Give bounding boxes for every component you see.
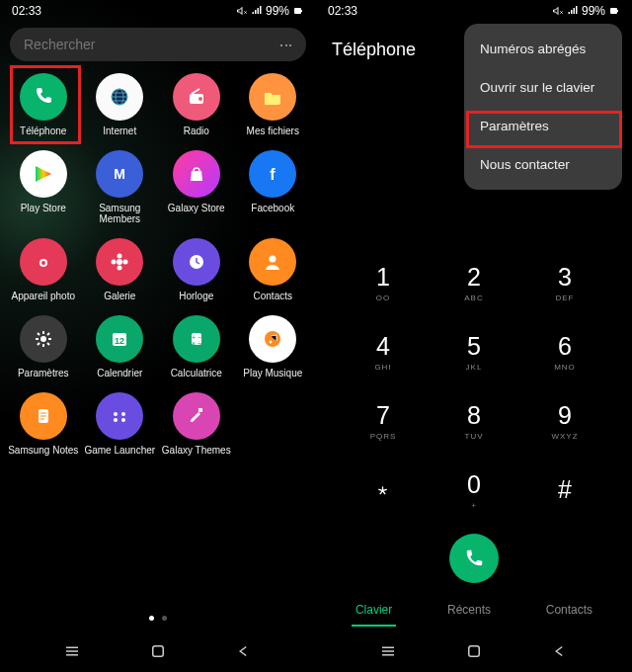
tab-contacts[interactable]: Contacts: [542, 595, 596, 627]
app-icon: [20, 150, 67, 198]
svg-rect-1: [301, 10, 302, 12]
app-play-store[interactable]: Play Store: [6, 150, 81, 224]
app-téléphone[interactable]: Téléphone: [6, 73, 81, 136]
dialpad-key-4[interactable]: 4GHI: [338, 322, 429, 381]
app-icon: [96, 238, 143, 286]
app-internet[interactable]: Internet: [83, 73, 158, 136]
nav-home-icon[interactable]: [149, 642, 167, 660]
app-icon: [173, 392, 220, 440]
menu-item-numéros-abrégés[interactable]: Numéros abrégés: [464, 30, 622, 68]
app-calendrier[interactable]: 12Calendrier: [83, 315, 158, 378]
svg-text:× ÷: × ÷: [192, 340, 201, 347]
svg-point-14: [112, 260, 117, 265]
app-galaxy-store[interactable]: Galaxy Store: [159, 150, 234, 224]
dialpad-key-9[interactable]: 9WXYZ: [519, 391, 610, 451]
app-facebook[interactable]: fFacebook: [236, 150, 311, 224]
dialpad-key-6[interactable]: 6MNO: [519, 322, 610, 381]
app-label: Calendrier: [97, 368, 142, 378]
svg-rect-0: [294, 8, 301, 14]
app-label: Galaxy Themes: [162, 445, 231, 456]
key-letters: GHI: [374, 363, 391, 372]
tab-récents[interactable]: Récents: [443, 595, 495, 627]
screen-phone-dialer: 02:33 99% Téléphone Numéros abrégésOuvri…: [316, 0, 632, 672]
nav-back-icon[interactable]: [235, 642, 253, 660]
app-icon: [249, 315, 296, 363]
dialpad-key-star[interactable]: ﹡: [338, 461, 429, 520]
app-game-launcher[interactable]: Game Launcher: [83, 392, 158, 456]
key-letters: PQRS: [370, 432, 397, 441]
app-icon: [96, 392, 143, 440]
key-number: 2: [467, 263, 481, 292]
app-label: Samsung Notes: [8, 445, 78, 456]
dialpad-key-3[interactable]: 3DEF: [519, 253, 610, 312]
app-icon: 12: [96, 315, 143, 363]
dialpad-key-8[interactable]: 8TUV: [429, 391, 519, 451]
dialpad-key-5[interactable]: 5JKL: [429, 322, 519, 381]
app-icon: M: [96, 150, 143, 198]
dialpad-key-hash[interactable]: #: [519, 461, 610, 520]
menu-item-ouvrir-sur-le-clavier[interactable]: Ouvrir sur le clavier: [464, 68, 622, 107]
tab-clavier[interactable]: Clavier: [352, 595, 396, 627]
screen-app-drawer: 02:33 99% ⋮ TéléphoneInternetRadioMes fi…: [0, 0, 316, 672]
app-play-musique[interactable]: Play Musique: [236, 315, 311, 378]
page-dot-2[interactable]: [162, 616, 167, 621]
dialpad-key-2[interactable]: 2ABC: [429, 253, 519, 312]
app-mes-fichiers[interactable]: Mes fichiers: [236, 73, 311, 136]
key-number: 3: [558, 263, 572, 292]
svg-point-30: [121, 418, 125, 422]
mute-icon: [552, 5, 564, 17]
status-bar: 02:33 99%: [0, 0, 316, 22]
app-contacts[interactable]: Contacts: [236, 238, 311, 301]
svg-point-10: [41, 261, 45, 265]
call-button[interactable]: [449, 534, 499, 583]
app-radio[interactable]: Radio: [159, 73, 234, 136]
dialpad-key-0[interactable]: 0+: [429, 461, 519, 520]
menu-item-nous-contacter[interactable]: Nous contacter: [464, 145, 622, 184]
app-paramètres[interactable]: Paramètres: [6, 315, 81, 378]
phone-icon: [463, 547, 485, 569]
key-number: 4: [376, 332, 390, 361]
dialpad-key-7[interactable]: 7PQRS: [338, 391, 429, 451]
menu-item-paramètres[interactable]: Paramètres: [464, 107, 622, 145]
page-indicator[interactable]: [0, 616, 316, 621]
nav-recents-icon[interactable]: [63, 642, 81, 660]
mute-icon: [236, 5, 248, 17]
dialpad-key-1[interactable]: 1OO: [338, 253, 429, 312]
app-galaxy-themes[interactable]: Galaxy Themes: [159, 392, 234, 456]
search-bar[interactable]: ⋮: [10, 28, 306, 61]
key-letters: TUV: [465, 432, 484, 441]
app-calculatrice[interactable]: + −× ÷Calculatrice: [159, 315, 234, 378]
dialpad: 1OO2ABC3DEF4GHI5JKL6MNO7PQRS8TUV9WXYZ﹡0+…: [316, 253, 632, 520]
app-appareil-photo[interactable]: Appareil photo: [6, 238, 81, 301]
status-time: 02:33: [12, 4, 41, 18]
svg-rect-32: [153, 646, 164, 657]
search-menu-icon[interactable]: ⋮: [278, 39, 294, 50]
app-samsung-members[interactable]: MSamsung Members: [83, 150, 158, 224]
svg-point-29: [114, 418, 118, 422]
svg-point-6: [198, 97, 202, 101]
app-icon: f: [249, 150, 296, 198]
nav-back-icon[interactable]: [551, 642, 569, 660]
key-letters: OO: [376, 294, 390, 302]
search-input[interactable]: [24, 37, 273, 52]
app-label: Calculatrice: [171, 368, 222, 378]
key-number: 9: [558, 401, 572, 430]
svg-text:12: 12: [115, 336, 124, 346]
nav-recents-icon[interactable]: [379, 642, 397, 660]
app-label: Paramètres: [18, 368, 69, 378]
app-icon: [173, 73, 220, 121]
app-icon: + −× ÷: [173, 315, 220, 363]
signal-icon: [251, 5, 263, 17]
key-letters: DEF: [556, 294, 575, 302]
battery-icon: [608, 5, 620, 17]
app-label: Samsung Members: [84, 203, 155, 224]
app-samsung-notes[interactable]: Samsung Notes: [6, 392, 81, 456]
svg-point-25: [270, 341, 273, 344]
app-galerie[interactable]: Galerie: [83, 238, 158, 301]
app-icon: [96, 73, 143, 121]
svg-point-12: [118, 254, 122, 259]
svg-point-11: [117, 259, 122, 265]
nav-home-icon[interactable]: [465, 642, 483, 660]
app-horloge[interactable]: Horloge: [159, 238, 234, 301]
page-dot-1[interactable]: [149, 616, 154, 621]
